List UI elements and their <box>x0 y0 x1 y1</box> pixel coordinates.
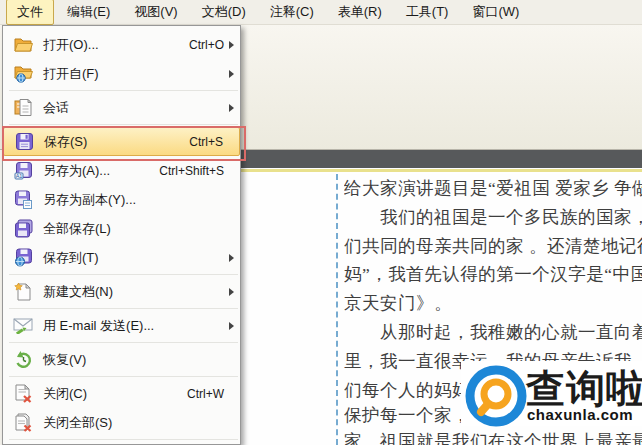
revert-icon <box>13 350 33 370</box>
menu-separator <box>9 308 238 309</box>
document-text-line: 们共同的母亲共同的家 。还清楚地记得，我咿呀 <box>344 232 642 261</box>
document-text-line: 家，祖国就是我们在这个世界上最亲最爱的妈妈 <box>344 427 642 445</box>
submenu-arrow-icon <box>229 70 234 78</box>
menu-item-label: 新建文档(N) <box>43 283 113 301</box>
menu-separator <box>9 124 238 125</box>
new-document-icon <box>13 282 33 302</box>
save-as-icon: A1 <box>13 161 33 181</box>
close-all-icon <box>13 413 33 433</box>
menu-item-label: 用 E-mail 发送(E)... <box>43 317 154 335</box>
menu-item-label: 保存(S) <box>44 133 87 151</box>
menu-window[interactable]: 窗口(W) <box>461 0 530 25</box>
menu-item-open[interactable]: 打开(O)... Ctrl+O <box>3 30 240 59</box>
menu-item-shortcut: Ctrl+Shift+S <box>159 164 234 178</box>
menu-item-close[interactable]: 关闭(C) Ctrl+W <box>3 379 240 408</box>
menu-item-save-to[interactable]: 保存到(T) <box>3 243 240 272</box>
document-text-line: 从那时起，我稚嫩的心就一直向着祖国，就 <box>344 318 642 347</box>
menu-document[interactable]: 文档(D) <box>191 0 257 25</box>
email-icon <box>13 316 33 336</box>
menu-item-save-copy[interactable]: 另存为副本(Y)... <box>3 185 240 214</box>
menu-separator <box>9 376 238 377</box>
file-menu-dropdown: 打开(O)... Ctrl+O 打开自(F) 会话 保存(S) Ctrl+S A… <box>2 25 241 445</box>
menu-item-shortcut: Ctrl+S <box>189 135 233 149</box>
menu-separator <box>9 342 238 343</box>
menu-view[interactable]: 视图(V) <box>123 0 188 25</box>
menu-item-label: 打开自(F) <box>43 65 99 83</box>
chaxunla-logo-icon <box>465 365 527 427</box>
menu-edit[interactable]: 编辑(E) <box>56 0 121 25</box>
pdf-editor-window: 文件 编辑(E) 视图(V) 文档(D) 注释(C) 表单(R) 工具(T) 窗… <box>0 0 642 445</box>
document-text-line: 妈”，我首先认得的第一个汉字是“中国”，我会唱 <box>344 260 642 289</box>
submenu-arrow-icon <box>229 322 234 330</box>
submenu-arrow-icon <box>229 104 234 112</box>
menu-item-label: 关闭(C) <box>43 385 87 403</box>
menu-item-shortcut: Ctrl+W <box>187 387 234 401</box>
menu-item-revert[interactable]: 恢复(V) <box>3 345 240 374</box>
menu-comment[interactable]: 注释(C) <box>259 0 325 25</box>
menu-item-label: 另存为副本(Y)... <box>43 191 136 209</box>
menu-item-open-from[interactable]: 打开自(F) <box>3 59 240 88</box>
menu-tools[interactable]: 工具(T) <box>395 0 460 25</box>
menu-item-save-as[interactable]: A1 另存为(A)... Ctrl+Shift+S <box>3 156 240 185</box>
menu-item-email[interactable]: 用 E-mail 发送(E)... <box>3 311 240 340</box>
close-icon <box>13 384 33 404</box>
watermark-domain: chaxunla.com <box>527 406 633 423</box>
menu-item-label: 关闭全部(S) <box>43 414 112 432</box>
menu-file[interactable]: 文件 <box>6 0 54 25</box>
menu-item-label: 保存到(T) <box>43 249 99 267</box>
open-folder-icon <box>13 35 33 55</box>
open-from-folder-icon <box>13 64 33 84</box>
menu-item-close-all[interactable]: 关闭全部(S) <box>3 408 240 437</box>
save-icon <box>14 132 34 152</box>
save-copy-icon <box>13 190 33 210</box>
menu-item-label: 打开(O)... <box>43 36 99 54</box>
text-margin-guide <box>336 174 338 445</box>
svg-text:A1: A1 <box>15 173 22 179</box>
menu-item-shortcut: Ctrl+O <box>189 38 234 52</box>
submenu-arrow-icon <box>229 254 234 262</box>
menu-item-save-all[interactable]: 全部保存(L) <box>3 214 240 243</box>
submenu-arrow-icon <box>229 41 234 49</box>
menu-item-new-document[interactable]: 新建文档(N) <box>3 277 240 306</box>
save-all-icon <box>13 219 33 239</box>
document-background <box>240 150 642 168</box>
menu-item-label: 会话 <box>43 99 69 117</box>
document-text-line: 京天安门》。 <box>344 289 642 318</box>
menu-separator <box>9 274 238 275</box>
menu-form[interactable]: 表单(R) <box>327 0 393 25</box>
document-text-line: 给大家演讲题目是“爱祖国 爱家乡 争做优秀内高 <box>344 174 642 203</box>
menu-separator <box>9 90 238 91</box>
menu-item-label: 全部保存(L) <box>43 220 111 238</box>
document-text-line: 我们的祖国是一个多民族的国家，天山、昆仑 <box>344 203 642 232</box>
menu-item-label: 恢复(V) <box>43 351 86 369</box>
submenu-arrow-icon <box>229 288 234 296</box>
menu-item-label: 另存为(A)... <box>43 162 110 180</box>
menubar: 文件 编辑(E) 视图(V) 文档(D) 注释(C) 表单(R) 工具(T) 窗… <box>0 0 642 25</box>
save-to-icon <box>13 248 33 268</box>
menu-item-session[interactable]: 会话 <box>3 93 240 122</box>
menu-item-save[interactable]: 保存(S) Ctrl+S <box>3 127 240 156</box>
session-icon <box>13 98 33 118</box>
menu-separator <box>9 439 238 440</box>
